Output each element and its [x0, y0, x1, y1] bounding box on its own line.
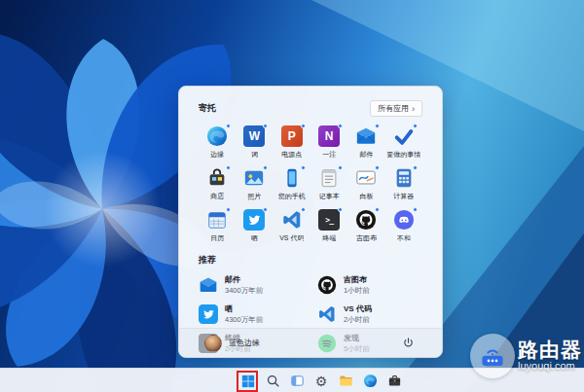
- recommended-title: 邮件: [225, 274, 263, 285]
- pinned-app-github[interactable]: 吉图布: [347, 209, 384, 244]
- pinned-app-onenote[interactable]: N 一注: [310, 125, 347, 160]
- word-icon: W: [243, 125, 265, 147]
- update-badge: [338, 207, 343, 212]
- taskbar-search-button[interactable]: [263, 372, 282, 391]
- pinned-app-word[interactable]: W 词: [236, 125, 273, 160]
- watermark-site: luyouqi.com: [518, 361, 582, 373]
- app-label: 要做的事情: [386, 150, 420, 160]
- recommended-section-title: 推荐: [199, 254, 422, 267]
- pinned-app-calculator[interactable]: 计算器: [385, 167, 422, 202]
- recommended-timestamp: 3400万年前: [225, 286, 263, 296]
- pinned-app-discord[interactable]: 不和: [385, 209, 422, 244]
- taskbar-briefcase-button[interactable]: [384, 372, 404, 391]
- app-label: 哂: [251, 233, 258, 243]
- app-label: 白板: [359, 192, 373, 201]
- pinned-app-twitter[interactable]: 哂: [236, 209, 273, 244]
- user-account-button[interactable]: 蓝色边缘: [204, 335, 260, 352]
- onenote-icon: N: [318, 125, 340, 147]
- pinned-app-todo[interactable]: 要做的事情: [385, 125, 422, 160]
- start-menu-footer: 蓝色边缘: [179, 328, 442, 357]
- store-icon: [206, 167, 228, 189]
- vscode-icon: [317, 304, 337, 324]
- twitter-icon: [199, 304, 218, 324]
- pinned-apps-grid: 边缘 W 词 P 电源点 N 一注: [199, 125, 422, 244]
- pinned-app-photos[interactable]: 照片: [236, 167, 273, 202]
- taskbar-start-button[interactable]: [238, 373, 256, 390]
- pinned-app-vscode[interactable]: VS 代码: [274, 209, 310, 244]
- update-badge: [375, 207, 380, 212]
- chevron-right-icon: ›: [412, 105, 415, 113]
- annotation-highlight-box: [237, 371, 258, 392]
- update-badge: [226, 124, 231, 128]
- calculator-icon: [393, 167, 415, 189]
- update-badge: [338, 165, 343, 170]
- todo-check-icon: [393, 125, 415, 147]
- update-badge: [413, 165, 418, 170]
- router-logo-badge: [470, 334, 515, 378]
- power-button[interactable]: [399, 335, 417, 352]
- notepad-icon: [318, 167, 340, 189]
- pinned-app-store[interactable]: 商店: [199, 167, 236, 202]
- mail-icon: [355, 125, 377, 147]
- router-icon: [478, 341, 507, 371]
- vscode-icon: [281, 209, 303, 231]
- power-icon: [402, 337, 415, 349]
- all-apps-button[interactable]: 所有应用 ›: [370, 100, 422, 117]
- recommended-item-mail[interactable]: 邮件 3400万年前: [199, 274, 304, 296]
- update-badge: [263, 207, 268, 212]
- pinned-app-mail[interactable]: 邮件: [347, 125, 384, 160]
- recommended-timestamp: 4300万年前: [225, 315, 263, 325]
- app-label: 商店: [210, 192, 224, 201]
- photos-icon: [243, 167, 265, 189]
- folder-icon: [339, 374, 353, 388]
- twitter-icon: [243, 209, 265, 231]
- recommended-item-twitter[interactable]: 哂 4300万年前: [199, 303, 304, 325]
- app-label: 计算器: [393, 192, 414, 201]
- pinned-app-calendar[interactable]: 日历: [199, 209, 236, 244]
- app-label: 终端: [322, 233, 336, 243]
- taskbar-settings-button[interactable]: ⚙: [311, 372, 331, 391]
- phone-icon: [281, 167, 303, 189]
- pinned-app-edge[interactable]: 边缘: [199, 125, 236, 160]
- app-label: 照片: [247, 192, 261, 201]
- recommended-timestamp: 2小时前: [344, 315, 372, 325]
- all-apps-label: 所有应用: [378, 103, 409, 114]
- recommended-title: 吉图布: [344, 274, 370, 285]
- recommended-title: VS 代码: [344, 303, 372, 314]
- edge-icon: [206, 125, 228, 147]
- terminal-icon: >_: [318, 209, 340, 231]
- taskbar-file-explorer-button[interactable]: [336, 372, 355, 391]
- start-menu: 寄托 所有应用 › 边缘 W 词 P 电源点: [178, 86, 443, 358]
- pinned-app-your-phone[interactable]: 您的手机: [274, 167, 310, 202]
- edge-icon: [363, 374, 378, 388]
- taskbar-task-view-button[interactable]: [287, 372, 307, 391]
- app-label: 词: [251, 150, 258, 160]
- powerpoint-icon: P: [281, 125, 303, 147]
- github-icon: [355, 209, 377, 231]
- recommended-item-github[interactable]: 吉图布 1小时前: [317, 274, 422, 296]
- app-label: 邮件: [359, 150, 373, 160]
- app-label: 记事本: [319, 192, 340, 201]
- github-icon: [317, 275, 337, 295]
- avatar: [204, 335, 222, 352]
- app-label: 您的手机: [278, 192, 306, 201]
- taskbar-edge-button[interactable]: [360, 372, 380, 391]
- gear-icon: ⚙: [315, 374, 328, 388]
- pinned-app-notepad[interactable]: 记事本: [310, 167, 347, 202]
- watermark-title: 路由器: [518, 339, 582, 361]
- update-badge: [226, 207, 231, 212]
- app-label: 日历: [210, 233, 224, 243]
- app-label: 边缘: [210, 150, 224, 160]
- task-view-icon: [290, 374, 305, 388]
- pinned-app-powerpoint[interactable]: P 电源点: [274, 125, 310, 160]
- discord-icon: [393, 209, 415, 231]
- app-label: 吉图布: [356, 233, 377, 243]
- recommended-item-vscode[interactable]: VS 代码 2小时前: [317, 303, 422, 325]
- recommended-timestamp: 1小时前: [344, 286, 370, 296]
- mail-icon: [199, 275, 218, 295]
- update-badge: [375, 124, 380, 128]
- pinned-app-terminal[interactable]: >_ 终端: [310, 209, 347, 244]
- app-label: 一注: [322, 150, 336, 160]
- update-badge: [226, 165, 231, 170]
- pinned-app-whiteboard[interactable]: 白板: [347, 167, 384, 202]
